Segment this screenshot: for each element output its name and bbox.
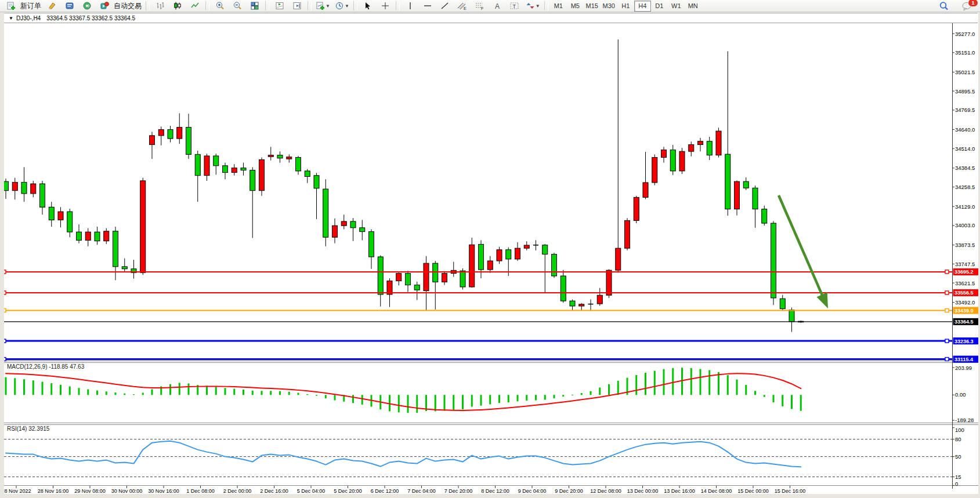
candle (186, 114, 191, 159)
chart-canvas[interactable]: 33695.233556.533439.033236.333115.433364… (0, 0, 980, 498)
candlestick-chart-button[interactable] (169, 0, 186, 12)
metaeditor-icon (48, 1, 57, 10)
svg-text:14 Dec 08:00: 14 Dec 08:00 (701, 488, 732, 494)
candle (616, 39, 621, 272)
candle (670, 145, 675, 175)
signals-icon (82, 1, 92, 10)
fibonacci-button[interactable]: F (472, 0, 488, 12)
auto-trading-label[interactable]: 自动交易 (114, 1, 142, 11)
timeframe-d1[interactable]: D1 (651, 1, 668, 12)
candles-layer (3, 39, 804, 332)
candle (277, 151, 283, 162)
chart-autoscroll-button[interactable] (289, 0, 305, 12)
cursor-icon (363, 1, 373, 10)
candle (268, 147, 273, 160)
svg-text:28 Nov 2022: 28 Nov 2022 (1, 488, 31, 494)
price-line[interactable] (2, 358, 952, 361)
candle (314, 173, 319, 219)
new-chart-icon (316, 1, 325, 10)
candle (597, 288, 602, 306)
cursor-button[interactable] (360, 0, 376, 12)
vertical-line-button[interactable] (402, 0, 418, 12)
candle (177, 113, 182, 144)
equidistant-channel-button[interactable]: E (454, 0, 471, 12)
timeframe-toolbar: M1M5M15M30H1H4D1W1MN (550, 1, 701, 12)
candle (122, 259, 127, 272)
price-line[interactable] (2, 339, 952, 343)
signals-button[interactable] (79, 0, 95, 12)
candle (341, 215, 346, 229)
svg-text:F: F (481, 6, 483, 10)
zoom-out-button[interactable] (229, 0, 245, 12)
svg-text:80: 80 (955, 436, 961, 442)
svg-text:35277.0: 35277.0 (955, 31, 975, 37)
timeframe-m15[interactable]: M15 (584, 1, 601, 12)
candle (40, 181, 45, 215)
text-label-button[interactable]: T (507, 0, 523, 12)
metaeditor-button[interactable] (44, 0, 60, 12)
tile-windows-button[interactable] (247, 0, 263, 12)
svg-text:28 Nov 16:00: 28 Nov 16:00 (38, 488, 69, 494)
price-line[interactable] (2, 291, 952, 295)
algo-trading-button[interactable] (96, 0, 113, 12)
svg-text:34640.0: 34640.0 (955, 126, 975, 133)
svg-text:9 Dec 20:00: 9 Dec 20:00 (555, 488, 583, 494)
timeframe-h1[interactable]: H1 (617, 1, 634, 12)
arrows-button[interactable]: ▼ (524, 0, 542, 12)
text-button[interactable]: A (489, 0, 505, 12)
zoom-in-button[interactable] (212, 0, 228, 12)
svg-text:33364.5: 33364.5 (954, 319, 974, 325)
timeframe-h4[interactable]: H4 (634, 1, 651, 12)
chart-header: ▼ DJ30-,H4 33364.5 33367.5 33362.5 33364… (4, 13, 978, 23)
new-order-label[interactable]: 新订单 (20, 1, 41, 11)
new-order-button[interactable] (3, 0, 19, 12)
price-axis-badge: 33695.2 (953, 268, 980, 275)
new-chart-button[interactable]: ▼ (314, 0, 332, 12)
svg-text:33492.0: 33492.0 (955, 299, 975, 306)
price-axis-badge: 33364.5 (953, 318, 980, 325)
chart-shift-icon (275, 1, 284, 10)
svg-text:30 Nov 16:00: 30 Nov 16:00 (148, 488, 179, 494)
candle (95, 227, 100, 245)
candle (232, 164, 237, 175)
svg-text:33115.4: 33115.4 (954, 357, 973, 362)
chat-badge: 1 (968, 0, 978, 7)
svg-text:33621.5: 33621.5 (955, 280, 975, 286)
candle (49, 202, 54, 227)
candle (570, 299, 575, 310)
chat-button[interactable]: 1 (959, 1, 975, 12)
timeframe-m5[interactable]: M5 (567, 1, 584, 12)
green-arrow-annotation[interactable] (779, 195, 828, 308)
arrows-icon (526, 1, 535, 10)
candle (131, 260, 136, 278)
timeframe-m1[interactable]: M1 (550, 1, 567, 12)
rsi-label: RSI(14) 32.3915 (7, 426, 49, 432)
chevron-down-icon[interactable]: ▼ (9, 16, 13, 21)
svg-text:8 Dec 12:00: 8 Dec 12:00 (481, 488, 509, 494)
text-icon: A (493, 1, 501, 10)
trendline-button[interactable] (437, 0, 453, 12)
profiles-button[interactable]: ▼ (333, 0, 351, 12)
svg-text:15 Dec 00:00: 15 Dec 00:00 (737, 488, 769, 494)
horizontal-line-button[interactable] (420, 0, 436, 12)
timeframe-m30[interactable]: M30 (601, 1, 617, 12)
search-button[interactable] (936, 1, 952, 12)
price-line[interactable] (2, 308, 952, 312)
candle (332, 219, 338, 243)
svg-text:5 Dec 04:00: 5 Dec 04:00 (297, 488, 326, 494)
market-button[interactable] (62, 0, 78, 12)
timeframe-mn[interactable]: MN (685, 1, 701, 12)
bar-chart-button[interactable] (152, 0, 168, 12)
svg-text:203.99: 203.99 (955, 365, 972, 371)
timeframe-w1[interactable]: W1 (668, 1, 685, 12)
candle (12, 178, 17, 200)
vertical-line-icon (406, 1, 414, 10)
svg-text:12 Dec 08:00: 12 Dec 08:00 (590, 488, 621, 494)
crosshair-button[interactable] (377, 0, 393, 12)
svg-text:29 Nov 08:00: 29 Nov 08:00 (74, 488, 106, 494)
chart-shift-button[interactable] (272, 0, 288, 12)
svg-text:33873.5: 33873.5 (955, 242, 975, 248)
window-frame-bottom (0, 494, 980, 498)
svg-text:9 Dec 04:00: 9 Dec 04:00 (518, 488, 547, 494)
line-chart-button[interactable] (187, 0, 203, 12)
